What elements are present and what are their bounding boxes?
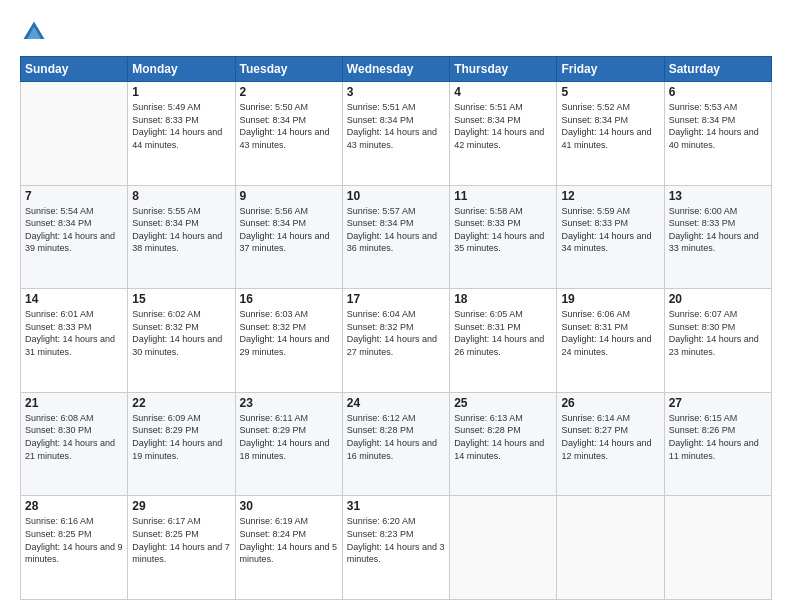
day-info: Sunrise: 6:00 AMSunset: 8:33 PMDaylight:… bbox=[669, 205, 767, 255]
day-info: Sunrise: 5:49 AMSunset: 8:33 PMDaylight:… bbox=[132, 101, 230, 151]
calendar-cell: 21Sunrise: 6:08 AMSunset: 8:30 PMDayligh… bbox=[21, 392, 128, 496]
calendar-cell: 17Sunrise: 6:04 AMSunset: 8:32 PMDayligh… bbox=[342, 289, 449, 393]
day-info: Sunrise: 6:17 AMSunset: 8:25 PMDaylight:… bbox=[132, 515, 230, 565]
day-number: 21 bbox=[25, 396, 123, 410]
calendar-cell: 11Sunrise: 5:58 AMSunset: 8:33 PMDayligh… bbox=[450, 185, 557, 289]
day-info: Sunrise: 6:12 AMSunset: 8:28 PMDaylight:… bbox=[347, 412, 445, 462]
day-number: 6 bbox=[669, 85, 767, 99]
day-number: 28 bbox=[25, 499, 123, 513]
calendar-cell: 24Sunrise: 6:12 AMSunset: 8:28 PMDayligh… bbox=[342, 392, 449, 496]
calendar-cell: 7Sunrise: 5:54 AMSunset: 8:34 PMDaylight… bbox=[21, 185, 128, 289]
calendar-cell: 16Sunrise: 6:03 AMSunset: 8:32 PMDayligh… bbox=[235, 289, 342, 393]
calendar-cell: 29Sunrise: 6:17 AMSunset: 8:25 PMDayligh… bbox=[128, 496, 235, 600]
day-info: Sunrise: 5:52 AMSunset: 8:34 PMDaylight:… bbox=[561, 101, 659, 151]
day-info: Sunrise: 5:54 AMSunset: 8:34 PMDaylight:… bbox=[25, 205, 123, 255]
day-info: Sunrise: 5:55 AMSunset: 8:34 PMDaylight:… bbox=[132, 205, 230, 255]
page: SundayMondayTuesdayWednesdayThursdayFrid… bbox=[0, 0, 792, 612]
calendar-cell: 9Sunrise: 5:56 AMSunset: 8:34 PMDaylight… bbox=[235, 185, 342, 289]
calendar-cell: 27Sunrise: 6:15 AMSunset: 8:26 PMDayligh… bbox=[664, 392, 771, 496]
week-row-3: 14Sunrise: 6:01 AMSunset: 8:33 PMDayligh… bbox=[21, 289, 772, 393]
day-number: 3 bbox=[347, 85, 445, 99]
day-number: 27 bbox=[669, 396, 767, 410]
day-info: Sunrise: 6:04 AMSunset: 8:32 PMDaylight:… bbox=[347, 308, 445, 358]
week-row-1: 1Sunrise: 5:49 AMSunset: 8:33 PMDaylight… bbox=[21, 82, 772, 186]
day-number: 25 bbox=[454, 396, 552, 410]
weekday-header-tuesday: Tuesday bbox=[235, 57, 342, 82]
day-info: Sunrise: 5:56 AMSunset: 8:34 PMDaylight:… bbox=[240, 205, 338, 255]
calendar-cell: 10Sunrise: 5:57 AMSunset: 8:34 PMDayligh… bbox=[342, 185, 449, 289]
day-info: Sunrise: 6:15 AMSunset: 8:26 PMDaylight:… bbox=[669, 412, 767, 462]
logo-icon bbox=[20, 18, 48, 46]
calendar-cell: 20Sunrise: 6:07 AMSunset: 8:30 PMDayligh… bbox=[664, 289, 771, 393]
weekday-header-saturday: Saturday bbox=[664, 57, 771, 82]
day-number: 15 bbox=[132, 292, 230, 306]
day-number: 8 bbox=[132, 189, 230, 203]
calendar-cell: 3Sunrise: 5:51 AMSunset: 8:34 PMDaylight… bbox=[342, 82, 449, 186]
calendar-cell: 12Sunrise: 5:59 AMSunset: 8:33 PMDayligh… bbox=[557, 185, 664, 289]
day-number: 19 bbox=[561, 292, 659, 306]
week-row-5: 28Sunrise: 6:16 AMSunset: 8:25 PMDayligh… bbox=[21, 496, 772, 600]
day-number: 30 bbox=[240, 499, 338, 513]
week-row-2: 7Sunrise: 5:54 AMSunset: 8:34 PMDaylight… bbox=[21, 185, 772, 289]
day-info: Sunrise: 6:20 AMSunset: 8:23 PMDaylight:… bbox=[347, 515, 445, 565]
calendar-cell: 18Sunrise: 6:05 AMSunset: 8:31 PMDayligh… bbox=[450, 289, 557, 393]
calendar-cell: 5Sunrise: 5:52 AMSunset: 8:34 PMDaylight… bbox=[557, 82, 664, 186]
day-number: 9 bbox=[240, 189, 338, 203]
day-number: 1 bbox=[132, 85, 230, 99]
day-info: Sunrise: 6:13 AMSunset: 8:28 PMDaylight:… bbox=[454, 412, 552, 462]
header bbox=[20, 18, 772, 46]
calendar-cell: 4Sunrise: 5:51 AMSunset: 8:34 PMDaylight… bbox=[450, 82, 557, 186]
day-info: Sunrise: 5:51 AMSunset: 8:34 PMDaylight:… bbox=[454, 101, 552, 151]
day-info: Sunrise: 6:08 AMSunset: 8:30 PMDaylight:… bbox=[25, 412, 123, 462]
weekday-header-row: SundayMondayTuesdayWednesdayThursdayFrid… bbox=[21, 57, 772, 82]
day-number: 18 bbox=[454, 292, 552, 306]
day-info: Sunrise: 6:05 AMSunset: 8:31 PMDaylight:… bbox=[454, 308, 552, 358]
calendar-cell: 8Sunrise: 5:55 AMSunset: 8:34 PMDaylight… bbox=[128, 185, 235, 289]
day-number: 12 bbox=[561, 189, 659, 203]
day-info: Sunrise: 6:19 AMSunset: 8:24 PMDaylight:… bbox=[240, 515, 338, 565]
calendar-cell: 30Sunrise: 6:19 AMSunset: 8:24 PMDayligh… bbox=[235, 496, 342, 600]
day-number: 5 bbox=[561, 85, 659, 99]
day-number: 31 bbox=[347, 499, 445, 513]
day-number: 24 bbox=[347, 396, 445, 410]
calendar-cell: 28Sunrise: 6:16 AMSunset: 8:25 PMDayligh… bbox=[21, 496, 128, 600]
day-number: 29 bbox=[132, 499, 230, 513]
calendar-cell: 31Sunrise: 6:20 AMSunset: 8:23 PMDayligh… bbox=[342, 496, 449, 600]
day-info: Sunrise: 6:02 AMSunset: 8:32 PMDaylight:… bbox=[132, 308, 230, 358]
calendar-cell: 26Sunrise: 6:14 AMSunset: 8:27 PMDayligh… bbox=[557, 392, 664, 496]
calendar-cell: 15Sunrise: 6:02 AMSunset: 8:32 PMDayligh… bbox=[128, 289, 235, 393]
weekday-header-monday: Monday bbox=[128, 57, 235, 82]
calendar-table: SundayMondayTuesdayWednesdayThursdayFrid… bbox=[20, 56, 772, 600]
day-number: 16 bbox=[240, 292, 338, 306]
calendar-cell: 14Sunrise: 6:01 AMSunset: 8:33 PMDayligh… bbox=[21, 289, 128, 393]
day-info: Sunrise: 6:07 AMSunset: 8:30 PMDaylight:… bbox=[669, 308, 767, 358]
weekday-header-thursday: Thursday bbox=[450, 57, 557, 82]
week-row-4: 21Sunrise: 6:08 AMSunset: 8:30 PMDayligh… bbox=[21, 392, 772, 496]
calendar-cell bbox=[557, 496, 664, 600]
day-info: Sunrise: 5:59 AMSunset: 8:33 PMDaylight:… bbox=[561, 205, 659, 255]
day-number: 11 bbox=[454, 189, 552, 203]
weekday-header-friday: Friday bbox=[557, 57, 664, 82]
calendar-cell: 6Sunrise: 5:53 AMSunset: 8:34 PMDaylight… bbox=[664, 82, 771, 186]
calendar-cell: 13Sunrise: 6:00 AMSunset: 8:33 PMDayligh… bbox=[664, 185, 771, 289]
day-info: Sunrise: 6:01 AMSunset: 8:33 PMDaylight:… bbox=[25, 308, 123, 358]
day-info: Sunrise: 5:58 AMSunset: 8:33 PMDaylight:… bbox=[454, 205, 552, 255]
day-number: 20 bbox=[669, 292, 767, 306]
day-number: 10 bbox=[347, 189, 445, 203]
day-info: Sunrise: 5:51 AMSunset: 8:34 PMDaylight:… bbox=[347, 101, 445, 151]
day-info: Sunrise: 5:53 AMSunset: 8:34 PMDaylight:… bbox=[669, 101, 767, 151]
calendar-cell: 2Sunrise: 5:50 AMSunset: 8:34 PMDaylight… bbox=[235, 82, 342, 186]
day-number: 14 bbox=[25, 292, 123, 306]
day-number: 23 bbox=[240, 396, 338, 410]
calendar-cell: 23Sunrise: 6:11 AMSunset: 8:29 PMDayligh… bbox=[235, 392, 342, 496]
day-info: Sunrise: 6:14 AMSunset: 8:27 PMDaylight:… bbox=[561, 412, 659, 462]
calendar-cell bbox=[450, 496, 557, 600]
day-number: 4 bbox=[454, 85, 552, 99]
calendar-cell: 1Sunrise: 5:49 AMSunset: 8:33 PMDaylight… bbox=[128, 82, 235, 186]
day-info: Sunrise: 6:11 AMSunset: 8:29 PMDaylight:… bbox=[240, 412, 338, 462]
day-number: 17 bbox=[347, 292, 445, 306]
day-info: Sunrise: 5:57 AMSunset: 8:34 PMDaylight:… bbox=[347, 205, 445, 255]
calendar-cell: 25Sunrise: 6:13 AMSunset: 8:28 PMDayligh… bbox=[450, 392, 557, 496]
weekday-header-wednesday: Wednesday bbox=[342, 57, 449, 82]
day-number: 26 bbox=[561, 396, 659, 410]
